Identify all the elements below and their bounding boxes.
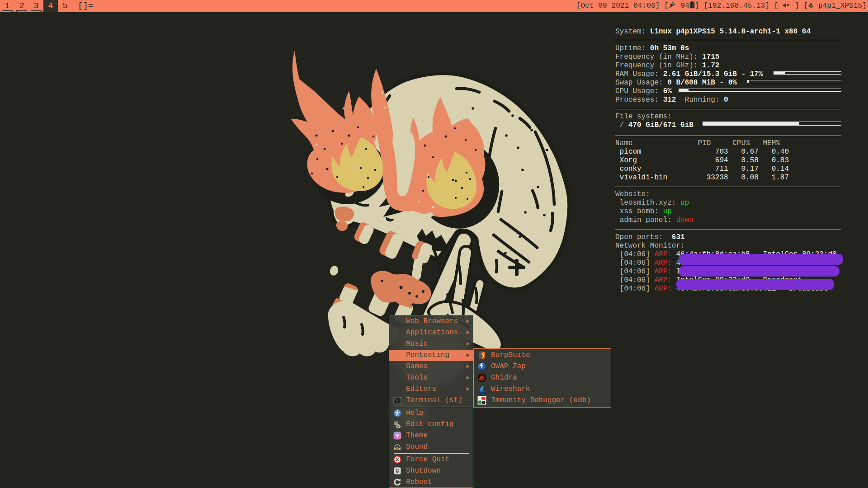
svg-text:>_: >_ [395, 398, 398, 401]
